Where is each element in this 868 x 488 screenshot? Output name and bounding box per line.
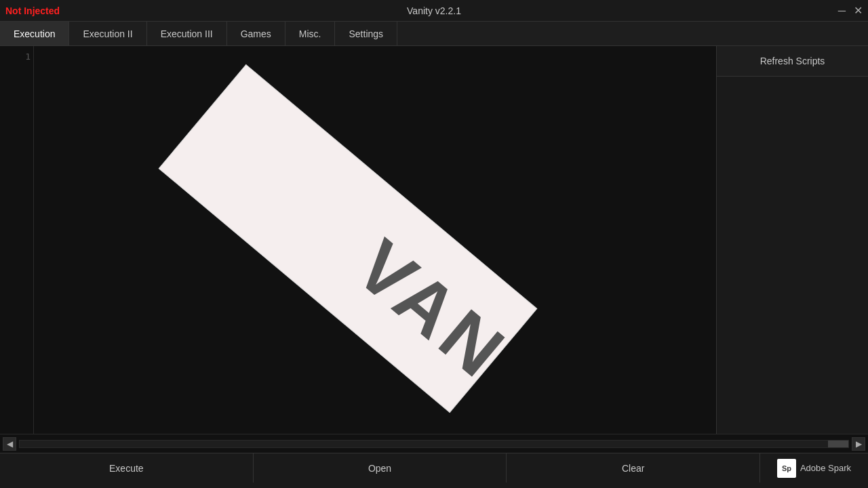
bottom-bar: Execute Open Clear Sp Adobe Spark — [0, 453, 868, 483]
title-bar: Not Injected Vanity v2.2.1 ─ ✕ — [0, 0, 868, 22]
minimize-button[interactable]: ─ — [838, 5, 846, 16]
tab-execution[interactable]: Execution — [0, 22, 69, 45]
execute-button[interactable]: Execute — [0, 453, 254, 483]
scroll-right-button[interactable]: ▶ — [852, 437, 865, 451]
refresh-scripts-button[interactable]: Refresh Scripts — [717, 46, 868, 77]
line-numbers: 1 — [0, 46, 34, 434]
adobe-spark-icon: Sp — [777, 459, 796, 478]
vanity-watermark-container: VANITY — [273, 46, 422, 434]
adobe-spark-label: Adobe Spark — [800, 463, 851, 473]
clear-button[interactable]: Clear — [507, 453, 760, 483]
svg-text:VANITY: VANITY — [341, 224, 547, 422]
vanity-watermark-svg: VANITY — [149, 55, 547, 422]
not-injected-label: Not Injected — [5, 5, 60, 16]
editor-content[interactable]: VANITY — [34, 46, 716, 434]
tab-execution-ii[interactable]: Execution II — [69, 22, 146, 45]
scroll-thumb[interactable] — [828, 441, 848, 447]
scripts-list — [717, 77, 868, 434]
scroll-left-button[interactable]: ◀ — [3, 437, 16, 451]
editor-area: 1 VANITY — [0, 46, 716, 434]
window-controls: ─ ✕ — [838, 5, 863, 16]
tab-games[interactable]: Games — [227, 22, 285, 45]
line-number-1: 1 — [3, 52, 31, 62]
tab-misc[interactable]: Misc. — [285, 22, 336, 45]
scripts-panel: Refresh Scripts — [716, 46, 868, 434]
adobe-spark-badge: Sp Adobe Spark — [760, 453, 868, 483]
scrollbar-area: ◀ ▶ — [0, 434, 868, 453]
app-title: Vanity v2.2.1 — [407, 5, 461, 16]
tab-settings[interactable]: Settings — [335, 22, 397, 45]
close-button[interactable]: ✕ — [854, 5, 863, 16]
svg-rect-0 — [159, 64, 537, 412]
open-button[interactable]: Open — [254, 453, 507, 483]
tab-bar: Execution Execution II Execution III Gam… — [0, 22, 868, 46]
scroll-track[interactable] — [19, 440, 849, 448]
tab-execution-iii[interactable]: Execution III — [147, 22, 227, 45]
main-content: 1 VANITY Refresh Scripts — [0, 46, 868, 434]
bottom-actions: Execute Open Clear — [0, 453, 760, 483]
